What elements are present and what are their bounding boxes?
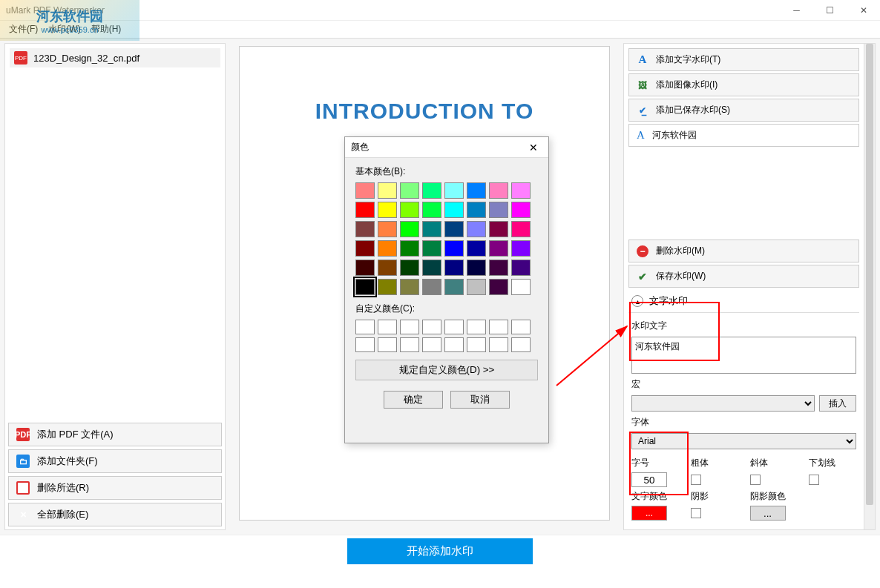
color-swatch[interactable] <box>511 240 531 257</box>
color-swatch[interactable] <box>422 260 441 276</box>
color-swatch[interactable] <box>378 202 397 218</box>
custom-color-swatch[interactable] <box>467 337 486 352</box>
custom-color-swatch[interactable] <box>511 320 531 334</box>
color-swatch[interactable] <box>355 221 375 237</box>
custom-color-swatch[interactable] <box>467 320 486 334</box>
add-saved-watermark-button[interactable]: ✔̲ 添加已保存水印(S) <box>628 99 859 122</box>
custom-color-swatch[interactable] <box>444 320 464 334</box>
color-swatch[interactable] <box>355 182 375 199</box>
color-swatch[interactable] <box>378 260 397 276</box>
color-swatch[interactable] <box>467 182 486 199</box>
color-swatch[interactable] <box>355 240 375 257</box>
start-watermark-button[interactable]: 开始添加水印 <box>347 538 533 564</box>
color-swatch[interactable] <box>489 221 508 237</box>
color-swatch[interactable] <box>467 279 486 295</box>
color-swatch[interactable] <box>444 182 464 199</box>
color-swatch[interactable] <box>378 221 397 237</box>
custom-color-swatch[interactable] <box>378 320 397 334</box>
color-swatch[interactable] <box>400 221 419 237</box>
custom-color-swatch[interactable] <box>355 320 375 334</box>
menu-file[interactable]: 文件(F) <box>6 22 41 37</box>
custom-color-swatch[interactable] <box>400 320 419 334</box>
shadow-checkbox[interactable] <box>691 508 701 518</box>
define-custom-color-button[interactable]: 规定自定义颜色(D) >> <box>355 360 538 380</box>
minimize-button[interactable]: ─ <box>780 0 813 21</box>
color-swatch[interactable] <box>489 240 508 257</box>
color-swatch[interactable] <box>422 202 441 218</box>
bold-checkbox[interactable] <box>691 475 701 485</box>
watermark-list-item[interactable]: A 河东软件园 <box>628 124 859 147</box>
custom-color-swatch[interactable] <box>489 320 508 334</box>
menu-watermark[interactable]: 水印(W) <box>45 22 83 37</box>
color-swatch[interactable] <box>400 279 419 295</box>
remove-selected-button[interactable]: — 删除所选(R) <box>8 476 222 500</box>
dialog-close-button[interactable]: ✕ <box>525 140 542 155</box>
color-swatch[interactable] <box>422 240 441 257</box>
custom-color-swatch[interactable] <box>444 337 464 352</box>
italic-checkbox[interactable] <box>750 475 761 485</box>
dialog-cancel-button[interactable]: 取消 <box>450 391 510 409</box>
close-button[interactable]: ✕ <box>847 0 880 21</box>
add-folder-button[interactable]: 🗀 添加文件夹(F) <box>8 449 222 473</box>
remove-all-button[interactable]: ✕ 全部删除(E) <box>8 503 222 526</box>
color-swatch[interactable] <box>400 240 419 257</box>
color-swatch[interactable] <box>467 202 486 218</box>
color-swatch[interactable] <box>489 279 508 295</box>
dialog-title-bar[interactable]: 颜色 ✕ <box>345 137 548 158</box>
custom-color-swatch[interactable] <box>511 337 531 352</box>
watermark-text-input[interactable]: 河东软件园 <box>631 337 856 374</box>
color-swatch[interactable] <box>511 260 531 276</box>
insert-macro-button[interactable]: 插入 <box>819 395 856 412</box>
color-swatch[interactable] <box>400 260 419 276</box>
color-swatch[interactable] <box>489 182 508 199</box>
custom-color-swatch[interactable] <box>355 337 375 352</box>
delete-watermark-button[interactable]: − 删除水印(M) <box>628 240 859 262</box>
color-swatch[interactable] <box>378 279 397 295</box>
font-size-input[interactable] <box>631 472 667 487</box>
maximize-button[interactable]: ☐ <box>813 0 847 21</box>
color-swatch[interactable] <box>444 240 464 257</box>
text-watermark-section-header[interactable]: ▴ 文字水印 <box>628 290 859 313</box>
color-swatch[interactable] <box>422 279 441 295</box>
custom-color-swatch[interactable] <box>422 320 441 334</box>
color-swatch[interactable] <box>355 202 375 218</box>
color-swatch[interactable] <box>355 260 375 276</box>
color-swatch[interactable] <box>467 221 486 237</box>
color-swatch[interactable] <box>511 221 531 237</box>
text-color-button[interactable]: ... <box>631 506 667 521</box>
color-swatch[interactable] <box>467 240 486 257</box>
file-item[interactable]: PDF 123D_Design_32_cn.pdf <box>10 48 220 67</box>
color-swatch[interactable] <box>400 202 419 218</box>
save-watermark-button[interactable]: ✔ 保存水印(W) <box>628 265 859 288</box>
macro-select[interactable] <box>631 395 815 412</box>
shadow-color-button[interactable]: ... <box>750 506 786 521</box>
custom-color-swatch[interactable] <box>400 337 419 352</box>
font-select[interactable]: Arial <box>631 433 856 449</box>
color-swatch[interactable] <box>511 202 531 218</box>
color-swatch[interactable] <box>489 202 508 218</box>
color-swatch[interactable] <box>444 202 464 218</box>
color-swatch[interactable] <box>444 221 464 237</box>
color-swatch[interactable] <box>422 221 441 237</box>
color-swatch[interactable] <box>489 260 508 276</box>
underline-checkbox[interactable] <box>809 475 819 485</box>
custom-color-swatch[interactable] <box>422 337 441 352</box>
dialog-ok-button[interactable]: 确定 <box>384 391 443 409</box>
color-swatch[interactable] <box>511 279 531 295</box>
add-image-watermark-button[interactable]: 🖼 添加图像水印(I) <box>628 73 859 96</box>
color-swatch[interactable] <box>444 279 464 295</box>
color-swatch[interactable] <box>444 260 464 276</box>
add-text-watermark-button[interactable]: A 添加文字水印(T) <box>628 48 859 71</box>
color-swatch[interactable] <box>422 182 441 199</box>
color-swatch[interactable] <box>511 182 531 199</box>
menu-help[interactable]: 帮助(H) <box>88 22 125 37</box>
color-swatch[interactable] <box>378 182 397 199</box>
right-scrollbar[interactable] <box>864 44 875 529</box>
color-swatch[interactable] <box>355 279 375 295</box>
color-swatch[interactable] <box>400 182 419 199</box>
custom-color-swatch[interactable] <box>489 337 508 352</box>
add-pdf-button[interactable]: PDF 添加 PDF 文件(A) <box>8 423 222 446</box>
color-swatch[interactable] <box>378 240 397 257</box>
color-swatch[interactable] <box>467 260 486 276</box>
custom-color-swatch[interactable] <box>378 337 397 352</box>
